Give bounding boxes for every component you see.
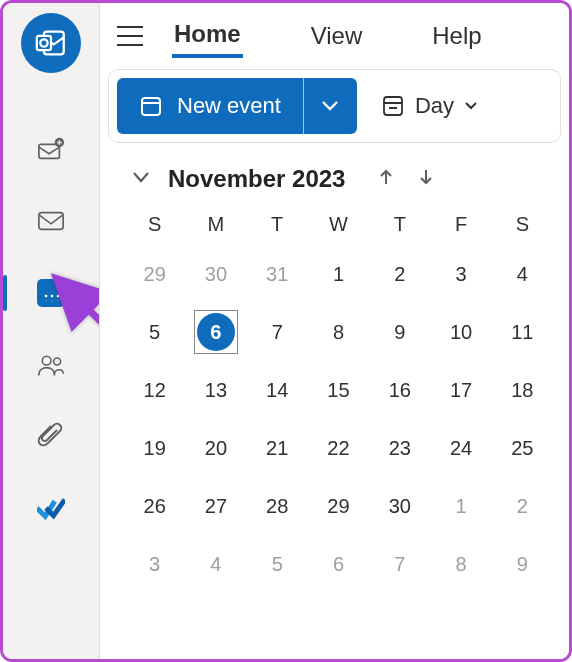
calendar-day[interactable]: 5 xyxy=(247,538,308,590)
left-rail xyxy=(3,3,99,659)
dow-header: F xyxy=(430,207,491,242)
calendar-day[interactable]: 30 xyxy=(369,480,430,532)
dow-header: M xyxy=(185,207,246,242)
view-mode-label: Day xyxy=(415,93,454,119)
calendar-day[interactable]: 10 xyxy=(430,306,491,358)
svg-point-7 xyxy=(54,358,61,365)
svg-rect-1 xyxy=(37,36,51,50)
tab-view[interactable]: View xyxy=(309,16,365,56)
new-event-dropdown[interactable] xyxy=(303,78,357,134)
calendar-day[interactable]: 24 xyxy=(430,422,491,474)
new-event-label: New event xyxy=(177,93,281,119)
top-tabs: Home View Help xyxy=(100,3,569,69)
calendar-day[interactable]: 1 xyxy=(308,248,369,300)
dow-header: S xyxy=(492,207,553,242)
calendar-day[interactable]: 8 xyxy=(308,306,369,358)
mail-plus-icon xyxy=(37,135,65,163)
calendar-day[interactable]: 6 xyxy=(185,306,246,358)
rail-todo[interactable] xyxy=(3,473,99,545)
tab-help[interactable]: Help xyxy=(430,16,483,56)
month-label: November 2023 xyxy=(168,165,345,193)
calendar-day[interactable]: 6 xyxy=(308,538,369,590)
svg-rect-5 xyxy=(39,213,63,230)
mini-calendar: SMTWTFS293031123456789101112131415161718… xyxy=(100,207,569,590)
chevron-down-icon xyxy=(321,100,339,112)
calendar-day[interactable]: 5 xyxy=(124,306,185,358)
rail-calendar[interactable] xyxy=(3,257,99,329)
calendar-day[interactable]: 9 xyxy=(369,306,430,358)
tab-home[interactable]: Home xyxy=(172,14,243,58)
calendar-day[interactable]: 3 xyxy=(430,248,491,300)
calendar-day[interactable]: 29 xyxy=(308,480,369,532)
next-month[interactable] xyxy=(409,168,443,191)
dow-header: T xyxy=(369,207,430,242)
calendar-day[interactable]: 29 xyxy=(124,248,185,300)
calendar-day[interactable]: 4 xyxy=(185,538,246,590)
calendar-day[interactable]: 16 xyxy=(369,364,430,416)
rail-mail[interactable] xyxy=(3,185,99,257)
dow-header: S xyxy=(124,207,185,242)
calendar-day[interactable]: 31 xyxy=(247,248,308,300)
calendar-day[interactable]: 19 xyxy=(124,422,185,474)
calendar-day[interactable]: 21 xyxy=(247,422,308,474)
calendar-day[interactable]: 12 xyxy=(124,364,185,416)
hamburger-menu[interactable] xyxy=(108,25,152,47)
svg-rect-14 xyxy=(384,97,402,115)
calendar-day[interactable]: 1 xyxy=(430,480,491,532)
chevron-down-icon xyxy=(464,101,478,111)
calendar-day[interactable]: 3 xyxy=(124,538,185,590)
todo-check-icon xyxy=(37,495,65,523)
people-icon xyxy=(37,351,65,379)
calendar-day[interactable]: 15 xyxy=(308,364,369,416)
calendar-day[interactable]: 20 xyxy=(185,422,246,474)
ribbon: New event Day xyxy=(108,69,561,143)
calendar-day[interactable]: 2 xyxy=(492,480,553,532)
calendar-blank-icon xyxy=(139,94,163,118)
calendar-day[interactable]: 18 xyxy=(492,364,553,416)
mail-icon xyxy=(37,207,65,235)
calendar-day[interactable]: 2 xyxy=(369,248,430,300)
calendar-day[interactable]: 23 xyxy=(369,422,430,474)
rail-new-mail[interactable] xyxy=(3,113,99,185)
dow-header: T xyxy=(247,207,308,242)
rail-people[interactable] xyxy=(3,329,99,401)
rail-files[interactable] xyxy=(3,401,99,473)
calendar-day[interactable]: 7 xyxy=(369,538,430,590)
calendar-day[interactable]: 14 xyxy=(247,364,308,416)
calendar-day[interactable]: 28 xyxy=(247,480,308,532)
attachment-icon xyxy=(37,423,65,451)
calendar-day[interactable]: 7 xyxy=(247,306,308,358)
arrow-down-icon xyxy=(418,168,434,186)
svg-point-6 xyxy=(42,356,51,365)
calendar-day[interactable]: 4 xyxy=(492,248,553,300)
svg-rect-3 xyxy=(39,144,60,158)
view-mode-selector[interactable]: Day xyxy=(369,78,490,134)
chevron-down-icon xyxy=(132,170,150,184)
month-header: November 2023 xyxy=(100,143,569,207)
arrow-up-icon xyxy=(378,168,394,186)
day-view-icon xyxy=(381,94,405,118)
calendar-day[interactable]: 26 xyxy=(124,480,185,532)
calendar-day[interactable]: 30 xyxy=(185,248,246,300)
dow-header: W xyxy=(308,207,369,242)
new-event-button[interactable]: New event xyxy=(117,78,357,134)
calendar-day[interactable]: 27 xyxy=(185,480,246,532)
outlook-logo[interactable] xyxy=(21,13,81,73)
prev-month[interactable] xyxy=(369,168,403,191)
svg-rect-12 xyxy=(142,98,160,115)
calendar-day[interactable]: 9 xyxy=(492,538,553,590)
calendar-day[interactable]: 11 xyxy=(492,306,553,358)
calendar-day[interactable]: 22 xyxy=(308,422,369,474)
calendar-day[interactable]: 25 xyxy=(492,422,553,474)
collapse-month-toggle[interactable] xyxy=(126,170,156,188)
calendar-day[interactable]: 17 xyxy=(430,364,491,416)
main-pane: Home View Help New event xyxy=(99,3,569,659)
calendar-day[interactable]: 13 xyxy=(185,364,246,416)
calendar-day[interactable]: 8 xyxy=(430,538,491,590)
calendar-icon xyxy=(37,279,65,307)
